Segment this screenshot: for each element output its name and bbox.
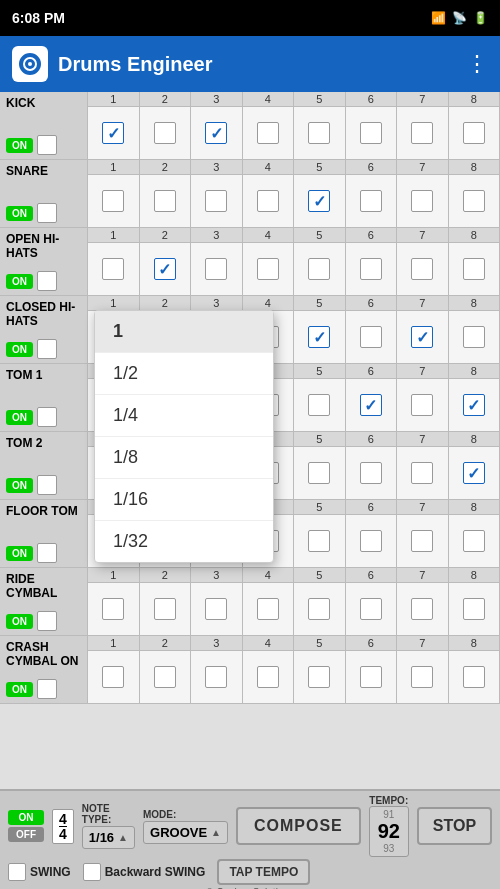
cell-7-4[interactable] [294, 583, 345, 635]
cell-3-5[interactable] [346, 311, 397, 363]
cell-3-4[interactable] [294, 311, 345, 363]
cell-checkbox-6-5[interactable] [360, 530, 382, 552]
cell-2-4[interactable] [294, 243, 345, 295]
on-button-3[interactable]: ON [6, 342, 33, 357]
cell-checkbox-2-2[interactable] [205, 258, 227, 280]
cell-6-7[interactable] [449, 515, 500, 567]
swing-checkbox[interactable] [8, 863, 26, 881]
cell-checkbox-8-4[interactable] [308, 666, 330, 688]
cell-checkbox-7-4[interactable] [308, 598, 330, 620]
dropdown-item-14[interactable]: 1/4 [95, 395, 273, 437]
tap-tempo-button[interactable]: TAP TEMPO [217, 859, 310, 885]
cell-0-0[interactable] [88, 107, 139, 159]
cell-checkbox-1-1[interactable] [154, 190, 176, 212]
cell-7-5[interactable] [346, 583, 397, 635]
cell-checkbox-6-6[interactable] [411, 530, 433, 552]
cell-2-2[interactable] [191, 243, 242, 295]
cell-checkbox-2-6[interactable] [411, 258, 433, 280]
cell-checkbox-1-3[interactable] [257, 190, 279, 212]
cell-0-3[interactable] [243, 107, 294, 159]
cell-checkbox-5-5[interactable] [360, 462, 382, 484]
cell-checkbox-8-7[interactable] [463, 666, 485, 688]
cell-3-7[interactable] [449, 311, 500, 363]
dropdown-item-1[interactable]: 1 [95, 311, 273, 353]
cell-checkbox-2-4[interactable] [308, 258, 330, 280]
on-button-2[interactable]: ON [6, 274, 33, 289]
cell-checkbox-8-2[interactable] [205, 666, 227, 688]
cell-6-5[interactable] [346, 515, 397, 567]
cell-7-3[interactable] [243, 583, 294, 635]
cell-checkbox-7-0[interactable] [102, 598, 124, 620]
row-check-1[interactable] [37, 203, 57, 223]
cell-7-0[interactable] [88, 583, 139, 635]
cell-checkbox-0-1[interactable] [154, 122, 176, 144]
cell-5-5[interactable] [346, 447, 397, 499]
cell-checkbox-6-4[interactable] [308, 530, 330, 552]
cell-6-6[interactable] [397, 515, 448, 567]
dropdown-item-12[interactable]: 1/2 [95, 353, 273, 395]
note-type-selector[interactable]: 1/16 ▲ [82, 826, 135, 849]
note-type-dropdown[interactable]: 11/21/41/81/161/32 [94, 310, 274, 563]
on-button-8[interactable]: ON [6, 682, 33, 697]
cell-checkbox-1-6[interactable] [411, 190, 433, 212]
cell-checkbox-5-4[interactable] [308, 462, 330, 484]
cell-2-6[interactable] [397, 243, 448, 295]
cell-checkbox-2-3[interactable] [257, 258, 279, 280]
cell-2-3[interactable] [243, 243, 294, 295]
cell-4-5[interactable] [346, 379, 397, 431]
cell-checkbox-1-0[interactable] [102, 190, 124, 212]
cell-checkbox-2-0[interactable] [102, 258, 124, 280]
cell-checkbox-5-7[interactable] [463, 462, 485, 484]
cell-checkbox-7-7[interactable] [463, 598, 485, 620]
dropdown-item-18[interactable]: 1/8 [95, 437, 273, 479]
dropdown-item-132[interactable]: 1/32 [95, 521, 273, 562]
on-button[interactable]: ON [8, 810, 44, 825]
cell-2-5[interactable] [346, 243, 397, 295]
on-button-1[interactable]: ON [6, 206, 33, 221]
cell-checkbox-0-3[interactable] [257, 122, 279, 144]
cell-checkbox-3-4[interactable] [308, 326, 330, 348]
row-check-6[interactable] [37, 543, 57, 563]
cell-checkbox-1-5[interactable] [360, 190, 382, 212]
cell-checkbox-3-5[interactable] [360, 326, 382, 348]
dropdown-item-116[interactable]: 1/16 [95, 479, 273, 521]
cell-checkbox-0-6[interactable] [411, 122, 433, 144]
on-button-5[interactable]: ON [6, 478, 33, 493]
cell-7-1[interactable] [140, 583, 191, 635]
cell-checkbox-8-3[interactable] [257, 666, 279, 688]
cell-1-5[interactable] [346, 175, 397, 227]
cell-8-1[interactable] [140, 651, 191, 703]
cell-8-7[interactable] [449, 651, 500, 703]
mode-selector[interactable]: GROOVE ▲ [143, 821, 228, 844]
cell-checkbox-4-4[interactable] [308, 394, 330, 416]
cell-8-2[interactable] [191, 651, 242, 703]
cell-checkbox-7-3[interactable] [257, 598, 279, 620]
cell-0-7[interactable] [449, 107, 500, 159]
cell-0-5[interactable] [346, 107, 397, 159]
row-check-7[interactable] [37, 611, 57, 631]
cell-0-2[interactable] [191, 107, 242, 159]
cell-2-0[interactable] [88, 243, 139, 295]
cell-0-6[interactable] [397, 107, 448, 159]
cell-checkbox-3-6[interactable] [411, 326, 433, 348]
cell-checkbox-1-4[interactable] [308, 190, 330, 212]
row-check-5[interactable] [37, 475, 57, 495]
cell-1-2[interactable] [191, 175, 242, 227]
cell-checkbox-8-0[interactable] [102, 666, 124, 688]
cell-checkbox-3-7[interactable] [463, 326, 485, 348]
cell-checkbox-7-6[interactable] [411, 598, 433, 620]
cell-5-4[interactable] [294, 447, 345, 499]
swing-option[interactable]: SWING [8, 863, 71, 881]
on-button-0[interactable]: ON [6, 138, 33, 153]
cell-checkbox-0-2[interactable] [205, 122, 227, 144]
off-button[interactable]: OFF [8, 827, 44, 842]
backward-swing-checkbox[interactable] [83, 863, 101, 881]
cell-1-1[interactable] [140, 175, 191, 227]
cell-1-3[interactable] [243, 175, 294, 227]
cell-7-2[interactable] [191, 583, 242, 635]
cell-8-3[interactable] [243, 651, 294, 703]
cell-6-4[interactable] [294, 515, 345, 567]
cell-3-6[interactable] [397, 311, 448, 363]
row-check-8[interactable] [37, 679, 57, 699]
time-signature[interactable]: 4 4 [52, 809, 74, 844]
